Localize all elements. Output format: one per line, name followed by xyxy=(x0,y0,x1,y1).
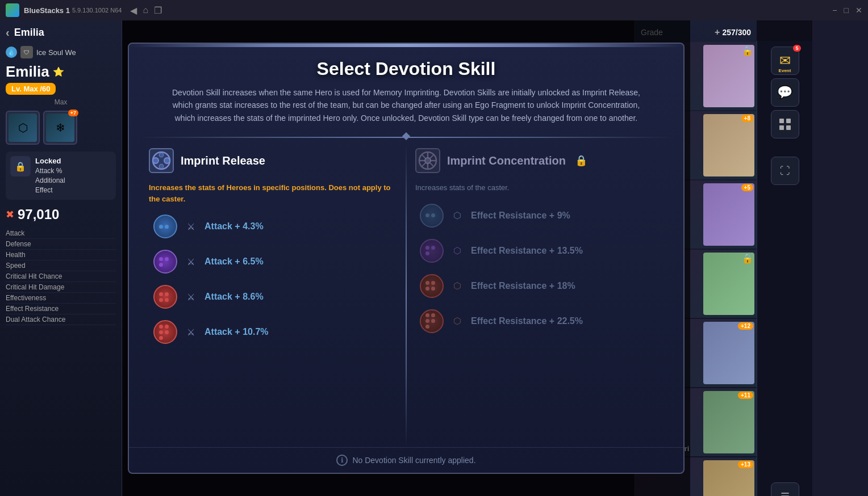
app-logo xyxy=(6,3,19,17)
event-btn[interactable]: ✉ 5 Event xyxy=(771,47,799,75)
game-area: ‹ Emilia 💧 🛡 Ice Soul We Emilia ⭐ Lv. Ma… xyxy=(0,20,812,496)
level-max: Max xyxy=(6,98,116,106)
hero-card-umuru-lock: 🔒 xyxy=(742,253,753,264)
rank-s-locked-icon xyxy=(420,274,444,298)
combat-power-icon: ✖ xyxy=(6,208,14,221)
svg-point-2 xyxy=(164,158,170,163)
imprint-concentration-icon xyxy=(415,148,440,173)
settings-icon: ☰ xyxy=(781,490,790,496)
equip-slot-1[interactable]: ⬡ xyxy=(6,111,40,145)
skill-value-ss: Attack + 10.7% xyxy=(205,327,269,337)
equip-slot-inner-2: ❄ xyxy=(46,114,74,142)
modal-title-section: Select Devotion Skill Devotion Skill inc… xyxy=(129,47,683,130)
nav-buttons: ◀ ⌂ ❐ xyxy=(130,5,162,16)
equip-slot-2[interactable]: ❄ +7 xyxy=(43,111,77,145)
skill-row-b[interactable]: ⚔ Attack + 4.3% xyxy=(149,211,397,242)
plus-icon: + xyxy=(715,27,720,37)
window-controls: − □ ✕ xyxy=(832,6,862,15)
right-toolbar: ✉ 5 Event 💬 ⛶ ☰ xyxy=(757,41,812,496)
imprint-concentration-header: Imprint Concentration 🔒 xyxy=(415,145,663,176)
hero-card-angelica-lock: 🔒 xyxy=(742,45,753,56)
back-arrow-icon[interactable]: ‹ xyxy=(6,26,10,39)
rank-ss-icon xyxy=(153,320,177,344)
resist-icon-b: ⬡ xyxy=(449,208,465,224)
stats-list: Attack Defense Health Speed Critical Hit… xyxy=(6,228,116,325)
modal-title: Select Devotion Skill xyxy=(146,58,666,79)
skill-row-ss-locked: ⬡ Effect Resistance + 22.5% xyxy=(415,306,663,337)
hero-card-yulha-badge: +13 xyxy=(738,461,753,468)
rank-s-dots xyxy=(159,292,172,302)
rank-b-dots xyxy=(159,225,172,229)
hero-type-icon: 🛡 xyxy=(20,46,33,58)
stat-attack: Attack xyxy=(6,228,116,239)
devotion-text: Locked Attack % Additional Effect xyxy=(35,156,65,195)
skill-row-s-locked: ⬡ Effect Resistance + 18% xyxy=(415,271,663,301)
resize-icon: ⛶ xyxy=(780,165,790,177)
imprint-release-title: Imprint Release xyxy=(181,154,265,167)
app-version: 5.9.130.1002 N64 xyxy=(72,7,122,14)
equip-slot-inner-1: ⬡ xyxy=(9,114,37,142)
modal-columns: Imprint Release Increases the stats of H… xyxy=(129,145,683,447)
imprint-release-col: Imprint Release Increases the stats of H… xyxy=(140,145,406,447)
close-btn[interactable]: ✕ xyxy=(856,6,862,15)
rank-a-icon xyxy=(153,250,177,274)
svg-rect-13 xyxy=(779,125,784,130)
skill-value-ss-locked: Effect Resistance + 22.5% xyxy=(471,316,583,326)
imprint-concentration-subtitle: Increases stats of the caster. xyxy=(415,182,663,194)
back-header[interactable]: ‹ Emilia xyxy=(6,26,116,39)
svg-rect-12 xyxy=(786,119,791,123)
settings-btn[interactable]: ☰ xyxy=(771,482,799,496)
modal-footer: ℹ No Devotion Skill currently applied. xyxy=(129,447,683,473)
nav-back-btn[interactable]: ◀ xyxy=(130,5,137,16)
resist-icon-s: ⬡ xyxy=(449,278,465,294)
menu-btn[interactable] xyxy=(771,110,799,138)
rank-b-locked-icon xyxy=(420,204,444,228)
hero-element-icon: 💧 xyxy=(6,47,17,58)
resist-icon-ss: ⬡ xyxy=(449,313,465,329)
resize-btn[interactable]: ⛶ xyxy=(771,157,799,185)
hero-info: 💧 🛡 Ice Soul We xyxy=(6,46,116,58)
devotion-section[interactable]: 🔒 Locked Attack % Additional Effect xyxy=(6,152,116,200)
skill-row-a[interactable]: ⚔ Attack + 6.5% xyxy=(149,246,397,277)
nav-copy-btn[interactable]: ❐ xyxy=(154,5,162,16)
svg-point-4 xyxy=(159,164,164,169)
skill-row-s[interactable]: ⚔ Attack + 8.6% xyxy=(149,281,397,312)
imprint-release-subtitle: Increases the stats of Heroes in specifi… xyxy=(149,182,397,204)
modal-divider xyxy=(140,137,672,138)
stat-effect-resist: Effect Resistance xyxy=(6,304,116,314)
stat-crit-damage: Critical Hit Damage xyxy=(6,282,116,293)
skill-value-b: Attack + 4.3% xyxy=(205,221,264,232)
skill-row-ss[interactable]: ⚔ Attack + 10.7% xyxy=(149,317,397,347)
hero-info-text: Ice Soul We xyxy=(36,48,76,57)
stat-effectiveness: Effectiveness xyxy=(6,293,116,304)
equip-badge-2: +7 xyxy=(68,110,78,116)
rank-a-dots xyxy=(159,257,172,267)
titlebar: BlueStacks 1 5.9.130.1002 N64 ◀ ⌂ ❐ − □ … xyxy=(0,0,868,20)
hero-card-2-badge: +8 xyxy=(741,115,753,122)
maximize-btn[interactable]: □ xyxy=(844,6,849,15)
imprint-concentration-skill-list: ⬡ Effect Resistance + 9% xyxy=(415,200,663,337)
minimize-btn[interactable]: − xyxy=(832,6,837,15)
modal-divider-diamond xyxy=(402,132,410,140)
hero-card-kluri-badge: +11 xyxy=(738,392,753,399)
chat-btn[interactable]: 💬 xyxy=(771,78,799,107)
imprint-release-header: Imprint Release xyxy=(149,145,397,176)
modal-description: Devotion Skill increases when the same H… xyxy=(162,86,650,124)
svg-rect-14 xyxy=(786,125,791,130)
svg-point-10 xyxy=(425,158,431,163)
hero-stars: ⭐ xyxy=(53,66,64,77)
svg-rect-11 xyxy=(779,119,784,123)
menu-grid-icon xyxy=(778,117,792,132)
skill-row-a-locked: ⬡ Effect Resistance + 13.5% xyxy=(415,236,663,266)
combat-power: ✖ 97,010 xyxy=(6,207,116,222)
event-icon: ✉ xyxy=(779,53,791,69)
skill-value-b-locked: Effect Resistance + 9% xyxy=(471,211,570,221)
nav-home-btn[interactable]: ⌂ xyxy=(143,5,148,16)
event-badge: 5 xyxy=(793,45,800,52)
level-bar: Lv. Max /60 xyxy=(6,83,56,95)
sword-icon-s: ⚔ xyxy=(183,289,199,305)
imprint-release-skill-list: ⚔ Attack + 4.3% xyxy=(149,211,397,347)
stat-health: Health xyxy=(6,250,116,260)
sword-icon-ss: ⚔ xyxy=(183,324,199,340)
hero-card-charles-badge: +12 xyxy=(738,322,753,330)
